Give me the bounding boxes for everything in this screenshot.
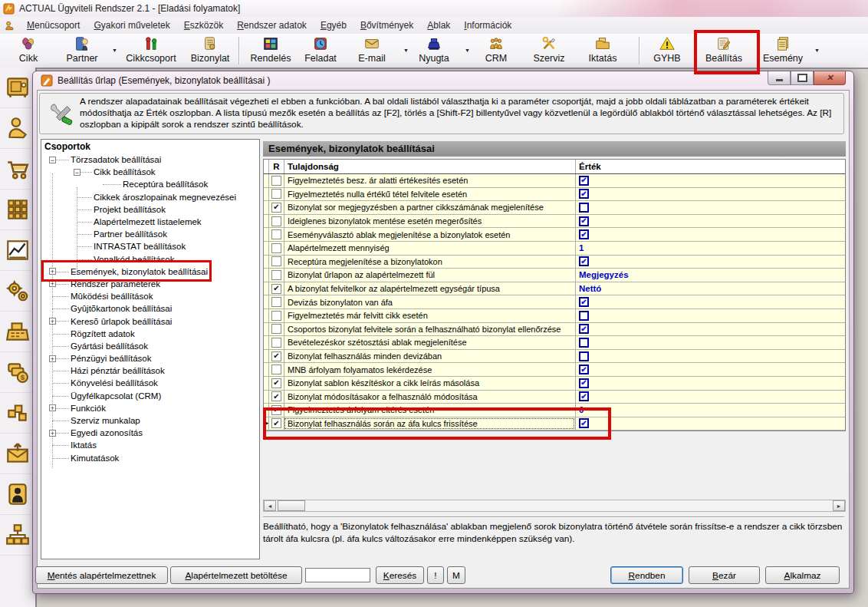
tree-item[interactable]: + Egyedi azonosítás <box>41 427 259 439</box>
scrollbar-thumb[interactable] <box>278 500 305 511</box>
tree-expander-icon[interactable]: + <box>49 318 56 325</box>
toolbar-button[interactable]: GYHB <box>646 35 689 66</box>
table-row[interactable]: Eseményválasztó ablak megjelenítése a bi… <box>264 228 845 242</box>
value-checkbox[interactable] <box>579 351 589 361</box>
table-row[interactable]: Figyelmeztetés besz. ár alatti értékesít… <box>264 174 845 188</box>
tree-item[interactable]: Kimutatások <box>41 452 259 464</box>
menu-item[interactable]: Ablak <box>420 17 457 34</box>
sidebar-button[interactable] <box>0 230 35 271</box>
tree-item[interactable]: Vonalkód beállítások <box>41 253 259 266</box>
tree-item[interactable]: Gyártási beállítások <box>41 340 259 352</box>
sidebar-button[interactable] <box>0 149 35 190</box>
tree-item[interactable]: − Törzsadatok beállításai <box>41 153 259 166</box>
value-checkbox[interactable]: ✔ <box>579 229 589 239</box>
tree-item[interactable]: Rögzített adatok <box>41 328 259 340</box>
tree-item[interactable]: Házi pénztár beállítások <box>41 365 259 377</box>
tree-item[interactable]: Könyvelési beállítások <box>41 377 259 389</box>
tree-item[interactable]: + Események, bizonylatok beállításai <box>41 266 259 278</box>
table-row[interactable]: ✔ Bizonylat sor megjegyzésben a partner … <box>264 201 845 215</box>
sidebar-button[interactable] <box>0 190 35 230</box>
search-button[interactable]: Keresés <box>376 566 424 584</box>
toolbar-button[interactable]: Esemény ▼ <box>758 35 808 66</box>
value-checkbox[interactable]: ✔ <box>579 324 589 334</box>
toolbar-button[interactable]: Cikkcsoport <box>120 35 182 66</box>
tree-expander-icon[interactable]: + <box>49 430 56 437</box>
close-dialog-button[interactable]: Bezár <box>689 566 760 584</box>
toolbar-button[interactable]: CRM <box>475 35 517 66</box>
menu-item[interactable]: Gyakori műveletek <box>87 17 176 34</box>
toolbar-button[interactable]: E-mail ▼ <box>347 35 397 66</box>
system-checkbox[interactable] <box>271 176 281 186</box>
toolbar-button[interactable]: Bizonylat <box>184 35 236 66</box>
tree-item[interactable]: Szerviz munkalap <box>41 414 259 427</box>
system-checkbox[interactable] <box>271 189 281 199</box>
tree-expander-icon[interactable]: + <box>49 280 56 287</box>
tree-item[interactable]: Receptúra beállítások <box>41 178 259 190</box>
tree-item[interactable]: Gyûjtõkartonok beállításai <box>41 302 259 315</box>
system-checkbox[interactable]: ✔ <box>271 284 281 294</box>
m-button[interactable]: M <box>447 566 465 584</box>
toolbar-button[interactable]: Cikk <box>6 35 51 66</box>
system-checkbox[interactable] <box>271 270 281 280</box>
tree-item[interactable]: + Keresõ ûrlapok beállításai <box>41 315 259 327</box>
scroll-right-arrow-icon[interactable]: ► <box>833 500 845 511</box>
menu-item[interactable]: Bővítmények <box>353 17 420 34</box>
tree-expander-icon[interactable]: − <box>74 169 81 176</box>
sidebar-button[interactable] <box>0 474 35 515</box>
system-checkbox[interactable]: ✔ <box>271 378 281 388</box>
sidebar-button[interactable] <box>0 312 35 352</box>
value-checkbox[interactable]: ✔ <box>579 418 589 428</box>
load-default-button[interactable]: Alapértelmezett betöltése <box>170 566 302 584</box>
scroll-left-arrow-icon[interactable]: ◄ <box>264 500 276 511</box>
table-row[interactable]: Bizonylat űrlapon az alapértelmezett fül… <box>264 269 845 282</box>
table-row[interactable]: MNB árfolyam folyamatos lekérdezése ✔ <box>264 363 845 377</box>
system-checkbox[interactable]: ✔ <box>271 203 281 213</box>
value-checkbox[interactable] <box>579 203 589 213</box>
value-checkbox[interactable]: ✔ <box>579 378 589 388</box>
system-checkbox[interactable] <box>271 338 281 348</box>
toolbar-button[interactable]: Partner ▼ <box>58 35 106 66</box>
table-row[interactable]: Csoportos bizonylat felvitele során a fe… <box>264 323 845 337</box>
table-row[interactable]: ✔ Bizonylat módosításakor a felhasználó … <box>264 391 845 404</box>
dialog-titlebar[interactable]: Beállítás űrlap (Események, bizonylatok … <box>33 71 853 90</box>
tree-expander-icon[interactable]: + <box>49 355 56 362</box>
sidebar-button[interactable] <box>0 393 35 434</box>
sidebar-button[interactable]: $ <box>0 352 35 393</box>
dropdown-arrow-icon[interactable]: ▼ <box>403 48 409 53</box>
system-checkbox[interactable]: ✔ <box>271 391 281 401</box>
tree-item[interactable]: Mûködési beállítások <box>41 290 259 302</box>
system-checkbox[interactable] <box>271 297 281 307</box>
close-button[interactable]: ✕ <box>814 71 846 85</box>
toolbar-button[interactable]: Szerviz <box>524 35 574 66</box>
system-checkbox[interactable] <box>271 365 281 374</box>
tree-item[interactable]: Cikkek ároszlopainak megnevezései <box>41 191 259 203</box>
tree-item[interactable]: − Cikk beállítások <box>41 166 259 178</box>
tree-item[interactable]: INTRASTAT beállítások <box>41 240 259 252</box>
toolbar-button[interactable]: Iktatás <box>580 35 626 66</box>
sidebar-button[interactable] <box>0 434 35 474</box>
system-checkbox[interactable]: ✔ <box>271 405 281 415</box>
tree-item[interactable]: Alapértelmezett listaelemek <box>41 216 259 228</box>
system-checkbox[interactable] <box>271 324 281 334</box>
value-checkbox[interactable]: ✔ <box>579 256 589 266</box>
value-checkbox[interactable]: ✔ <box>579 189 589 199</box>
value-checkbox[interactable] <box>579 338 589 348</box>
system-checkbox[interactable] <box>271 229 281 239</box>
sidebar-button[interactable] <box>0 271 35 312</box>
value-checkbox[interactable]: ✔ <box>579 176 589 186</box>
system-checkbox[interactable] <box>271 311 281 321</box>
sidebar-button[interactable] <box>0 108 35 149</box>
toolbar-button[interactable]: Nyugta ▼ <box>409 35 459 66</box>
minimize-button[interactable] <box>768 71 791 85</box>
tree-item[interactable]: + Funkciók <box>41 402 259 414</box>
table-row[interactable]: ✔ Bizonylat felhasználás minden devizába… <box>264 350 845 364</box>
tree-item[interactable]: Projekt beállítások <box>41 203 259 216</box>
menu-item[interactable]: Eszközök <box>177 17 230 34</box>
menu-item[interactable]: Menücsoport <box>20 17 87 34</box>
table-row[interactable]: Figyelmeztetés már felvitt cikk esetén <box>264 309 845 323</box>
sidebar-button[interactable] <box>0 515 35 556</box>
value-checkbox[interactable] <box>579 311 589 321</box>
value-checkbox[interactable]: ✔ <box>579 216 589 226</box>
search-input[interactable] <box>305 568 370 582</box>
dropdown-arrow-icon[interactable]: ▼ <box>814 48 820 53</box>
